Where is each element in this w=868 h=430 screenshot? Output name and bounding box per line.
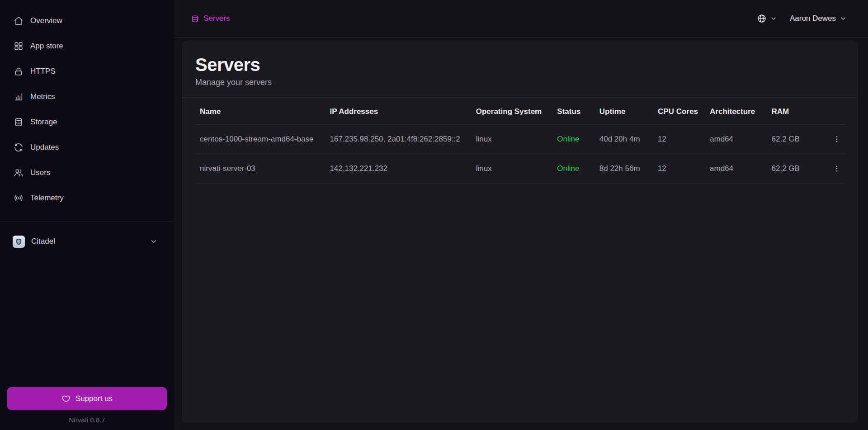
- servers-icon: [191, 15, 199, 23]
- sidebar-item-label: Users: [30, 168, 50, 177]
- column-header-os: Operating System: [472, 98, 553, 125]
- server-table: Name IP Addresses Operating System Statu…: [195, 98, 845, 184]
- page-title: Servers: [195, 55, 845, 75]
- database-icon: [14, 117, 24, 127]
- server-table-body: centos-1000-stream-amd64-base 167.235.98…: [195, 125, 845, 184]
- sidebar-item-overview[interactable]: Overview: [0, 8, 174, 33]
- citadel-logo: [13, 236, 25, 248]
- users-icon: [14, 168, 24, 178]
- cell-ram: 62.2 GB: [767, 154, 819, 184]
- app-version: Nirvati 0.8.7: [0, 416, 174, 424]
- column-header-status: Status: [552, 98, 594, 125]
- column-header-ip: IP Addresses: [325, 98, 471, 125]
- chevron-down-icon: [770, 15, 777, 22]
- column-header-name: Name: [195, 98, 325, 125]
- cell-cpu-cores: 12: [653, 154, 705, 184]
- column-header-actions: [819, 98, 845, 125]
- sidebar-item-label: Updates: [30, 143, 59, 152]
- page-subtitle: Manage your servers: [195, 78, 845, 87]
- sidebar-item-label: Telemetry: [30, 194, 64, 203]
- bar-chart-icon: [14, 92, 24, 102]
- chevron-down-icon: [150, 237, 158, 246]
- breadcrumb[interactable]: Servers: [191, 14, 230, 23]
- sidebar-item-label: App store: [30, 42, 63, 51]
- column-header-cpu: CPU Cores: [653, 98, 705, 125]
- heart-icon: [61, 394, 71, 403]
- cell-status: Online: [552, 154, 594, 184]
- row-actions-button[interactable]: [829, 131, 845, 147]
- sidebar: Overview App store HTTPS Metrics Storage…: [0, 0, 174, 430]
- cell-cpu-cores: 12: [653, 125, 705, 154]
- sidebar-item-citadel[interactable]: Citadel: [0, 230, 174, 253]
- sidebar-item-storage[interactable]: Storage: [0, 109, 174, 135]
- sidebar-item-label: HTTPS: [30, 67, 56, 76]
- cell-operating-system: linux: [472, 154, 553, 184]
- row-actions-button[interactable]: [829, 161, 845, 177]
- cell-uptime: 40d 20h 4m: [595, 125, 653, 154]
- cell-status: Online: [552, 125, 594, 154]
- sidebar-item-metrics[interactable]: Metrics: [0, 84, 174, 109]
- breadcrumb-label: Servers: [203, 14, 230, 23]
- servers-card: Servers Manage your servers Name IP Addr…: [182, 42, 858, 422]
- table-row[interactable]: centos-1000-stream-amd64-base 167.235.98…: [195, 125, 845, 154]
- sidebar-app-section: Citadel: [0, 222, 174, 253]
- kebab-menu-icon: [833, 165, 841, 173]
- cell-ip-addresses: 167.235.98.250, 2a01:4f8:262:2859::2: [325, 125, 471, 154]
- sidebar-item-telemetry[interactable]: Telemetry: [0, 185, 174, 211]
- sidebar-item-updates[interactable]: Updates: [0, 135, 174, 160]
- home-icon: [14, 16, 24, 26]
- sidebar-item-label: Metrics: [30, 92, 55, 101]
- language-selector[interactable]: [757, 14, 777, 24]
- support-us-button[interactable]: Support us: [7, 387, 167, 410]
- refresh-icon: [14, 142, 24, 152]
- cell-ram: 62.2 GB: [767, 125, 819, 154]
- lock-icon: [14, 66, 24, 76]
- sidebar-item-label: Citadel: [31, 237, 55, 246]
- topbar: Servers Aaron Dewes: [174, 0, 868, 38]
- sidebar-item-label: Overview: [30, 16, 62, 25]
- sidebar-footer: Support us Nirvati 0.8.7: [0, 387, 174, 430]
- cell-architecture: amd64: [705, 154, 767, 184]
- table-row[interactable]: nirvati-server-03 142.132.221.232 linux …: [195, 154, 845, 184]
- kebab-menu-icon: [833, 135, 841, 143]
- user-name: Aaron Dewes: [790, 14, 836, 23]
- server-table-wrap: Name IP Addresses Operating System Statu…: [183, 98, 858, 184]
- broadcast-icon: [14, 193, 24, 203]
- column-header-uptime: Uptime: [595, 98, 653, 125]
- sidebar-item-app-store[interactable]: App store: [0, 33, 174, 59]
- column-header-ram: RAM: [767, 98, 819, 125]
- sidebar-item-label: Storage: [30, 118, 57, 127]
- main-area: Servers Aaron Dewes Servers: [174, 0, 868, 430]
- cell-operating-system: linux: [472, 125, 553, 154]
- cell-uptime: 8d 22h 56m: [595, 154, 653, 184]
- topbar-right: Aaron Dewes: [757, 14, 847, 24]
- card-header: Servers Manage your servers: [183, 42, 858, 98]
- content-area: Servers Manage your servers Name IP Addr…: [174, 38, 868, 430]
- table-header-row: Name IP Addresses Operating System Statu…: [195, 98, 845, 125]
- column-header-architecture: Architecture: [705, 98, 767, 125]
- globe-icon: [757, 14, 767, 24]
- sidebar-item-users[interactable]: Users: [0, 160, 174, 185]
- user-menu[interactable]: Aaron Dewes: [790, 14, 847, 23]
- cell-ip-addresses: 142.132.221.232: [325, 154, 471, 184]
- cell-architecture: amd64: [705, 125, 767, 154]
- grid-icon: [14, 41, 24, 51]
- support-us-label: Support us: [75, 394, 113, 403]
- sidebar-item-https[interactable]: HTTPS: [0, 59, 174, 84]
- chevron-down-icon: [839, 14, 847, 23]
- cell-server-name: centos-1000-stream-amd64-base: [195, 125, 325, 154]
- cell-server-name: nirvati-server-03: [195, 154, 325, 184]
